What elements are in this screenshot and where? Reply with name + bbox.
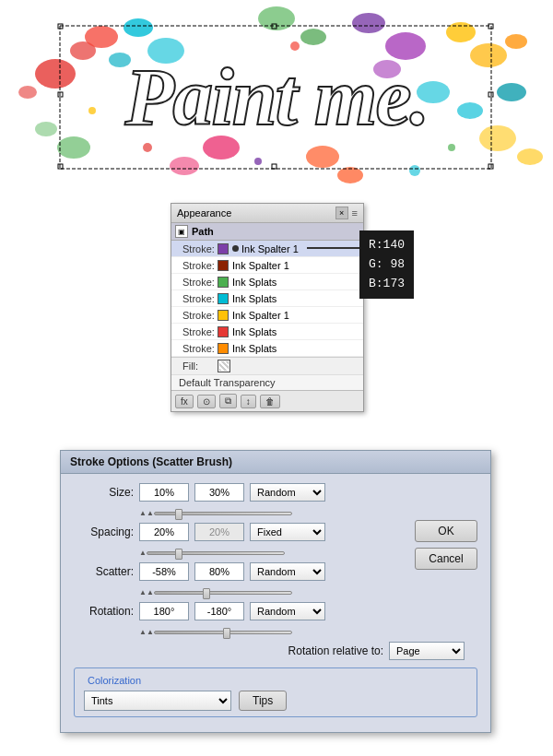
- stroke-dialog-title: Stroke Options (Scatter Brush): [61, 451, 490, 474]
- panel-title-left: Appearance: [177, 207, 231, 219]
- row-dot-1: [232, 245, 239, 252]
- row-label-1: Stroke:: [182, 243, 218, 254]
- fx-button[interactable]: fx: [175, 395, 194, 408]
- opacity-button[interactable]: ⊙: [197, 395, 216, 408]
- rotation-slider-row: ▲ ▲: [74, 628, 477, 636]
- path-icon: ▣: [175, 225, 188, 238]
- rgb-tooltip: R:140 G: 98 B:173: [359, 230, 414, 299]
- row-text-2: Ink Spalter 1: [232, 260, 289, 271]
- size-slider-handle[interactable]: [175, 509, 182, 520]
- panel-bottom-bar: fx ⊙ ⧉ ↕ 🗑: [171, 390, 363, 411]
- table-row[interactable]: Stroke: Ink Splats: [171, 274, 363, 290]
- svg-point-24: [306, 146, 339, 168]
- row-label-2: Stroke:: [182, 260, 218, 271]
- scatter-slider-row: ▲ ▲: [74, 588, 477, 597]
- rotation-row: Rotation: Random Fixed Pressure: [74, 602, 477, 620]
- color-swatch-1: [218, 243, 229, 254]
- scatter-slider-track: [154, 591, 292, 595]
- table-row[interactable]: Stroke: Ink Spalter 1: [171, 241, 363, 257]
- spacing-input-2[interactable]: [194, 523, 244, 541]
- default-transparency-label: Default Transparency: [179, 377, 276, 388]
- svg-point-31: [448, 144, 455, 151]
- size-slider-row: ▲ ▲: [74, 509, 477, 517]
- rotation-tri-right[interactable]: ▲: [147, 628, 154, 636]
- svg-point-19: [517, 148, 543, 165]
- table-row[interactable]: Stroke: Ink Spalter 1: [171, 257, 363, 274]
- spacing-method-select[interactable]: Fixed Random Pressure Velocity: [250, 523, 325, 541]
- size-tri-left[interactable]: ▲: [139, 509, 147, 517]
- duplicate-button[interactable]: ⧉: [219, 394, 237, 408]
- size-tri-left2[interactable]: ▲: [147, 509, 154, 517]
- rotation-input-1[interactable]: [139, 602, 189, 620]
- scatter-label: Scatter:: [74, 565, 134, 578]
- fill-row[interactable]: Fill:: [171, 358, 363, 374]
- spacing-slider-handle[interactable]: [175, 549, 182, 560]
- size-method-select[interactable]: Random Fixed Pressure Velocity: [250, 483, 325, 502]
- size-row: Size: Random Fixed Pressure Velocity: [74, 483, 477, 502]
- row-text-1: Ink Spalter 1: [241, 243, 299, 254]
- svg-point-8: [300, 29, 326, 45]
- canvas-area: Paint me.: [0, 0, 553, 194]
- color-swatch-7: [218, 343, 229, 354]
- panel-path-row[interactable]: ▣ Path: [171, 223, 363, 241]
- tips-button[interactable]: Tips: [239, 691, 287, 711]
- path-label: Path: [192, 226, 214, 237]
- stroke-dialog-body: OK Cancel Size: Random Fixed Pressure Ve…: [61, 474, 490, 732]
- svg-point-26: [143, 143, 152, 152]
- tints-select[interactable]: Tints None Tints and Shades Hue Shift: [84, 691, 231, 711]
- row-label-6: Stroke:: [182, 326, 218, 337]
- table-row[interactable]: Stroke: Ink Splats: [171, 340, 363, 357]
- scatter-slider-handle[interactable]: [203, 588, 210, 599]
- row-label-5: Stroke:: [182, 310, 218, 321]
- row-label-4: Stroke:: [182, 293, 218, 304]
- color-swatch-4: [218, 293, 229, 304]
- panel-close-btn[interactable]: ×: [335, 207, 348, 219]
- table-row[interactable]: Stroke: Ink Splats: [171, 324, 363, 340]
- row-text-4: Ink Splats: [232, 293, 276, 304]
- rotation-relative-select[interactable]: Page Path: [389, 642, 465, 660]
- row-text-6: Ink Splats: [232, 326, 276, 337]
- rotation-slider-handle[interactable]: [223, 628, 230, 639]
- size-input-2[interactable]: [194, 483, 244, 502]
- scatter-method-select[interactable]: Random Fixed Pressure: [250, 562, 325, 581]
- stroke-dialog: Stroke Options (Scatter Brush) OK Cancel…: [60, 450, 491, 733]
- rotation-tri-left[interactable]: ▲: [139, 628, 147, 636]
- color-swatch-2: [218, 260, 229, 271]
- scatter-tri-left2[interactable]: ▲: [147, 588, 154, 597]
- row-text-7: Ink Splats: [232, 343, 276, 354]
- colorization-legend: Colorization: [84, 675, 145, 686]
- rotation-method-select[interactable]: Random Fixed Pressure: [250, 602, 325, 620]
- svg-point-18: [479, 125, 516, 151]
- size-input-1[interactable]: [139, 483, 189, 502]
- spacing-slider-track: [147, 551, 285, 555]
- svg-point-27: [254, 158, 262, 165]
- table-row[interactable]: Stroke: Ink Spalter 1: [171, 307, 363, 324]
- svg-point-20: [57, 136, 90, 159]
- cancel-button[interactable]: Cancel: [415, 548, 477, 570]
- scatter-input-1[interactable]: [139, 562, 189, 581]
- svg-point-3: [85, 26, 118, 48]
- panel-titlebar: Appearance × ≡: [171, 204, 363, 223]
- table-row[interactable]: Stroke: Ink Splats: [171, 290, 363, 307]
- stroke-dialog-title-text: Stroke Options (Scatter Brush): [70, 455, 232, 468]
- ok-button[interactable]: OK: [415, 520, 477, 542]
- scatter-input-2[interactable]: [194, 562, 244, 581]
- svg-point-2: [18, 86, 37, 99]
- panel-menu-btn[interactable]: ≡: [352, 207, 358, 219]
- svg-rect-39: [272, 164, 276, 169]
- svg-point-25: [337, 167, 363, 183]
- svg-point-0: [35, 59, 76, 89]
- move-button[interactable]: ↕: [241, 395, 256, 408]
- spacing-label: Spacing:: [74, 526, 134, 538]
- spacing-input-1[interactable]: [139, 523, 189, 541]
- svg-point-29: [88, 107, 96, 114]
- svg-point-17: [497, 83, 526, 101]
- scatter-tri-left[interactable]: ▲: [139, 588, 147, 597]
- delete-button[interactable]: 🗑: [260, 395, 280, 408]
- spacing-tri[interactable]: ▲: [139, 549, 147, 557]
- color-swatch-3: [218, 277, 229, 288]
- rotation-input-2[interactable]: [194, 602, 244, 620]
- svg-point-9: [352, 13, 385, 33]
- fill-label: Fill:: [182, 360, 218, 372]
- b-value: B:173: [369, 275, 405, 294]
